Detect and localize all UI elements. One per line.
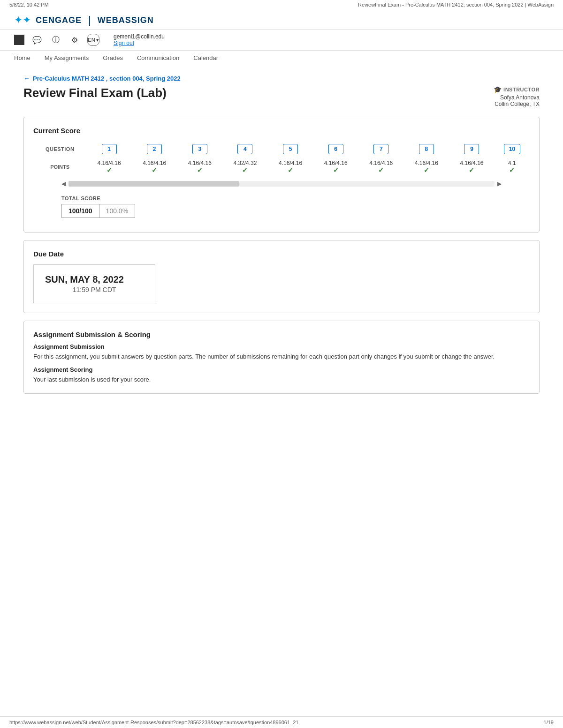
nav-communication[interactable]: Communication xyxy=(137,54,179,61)
q7-check: ✓ xyxy=(362,166,400,174)
q8-points: 4.16/4.16 ✓ xyxy=(404,157,449,177)
instructor-name: Sofya Antonova xyxy=(494,94,540,101)
q2-points: 4.16/4.16 ✓ xyxy=(132,157,177,177)
toolbar: ■ 💬 ⓘ ⚙ EN ▾ gemeni1@collin.edu Sign out xyxy=(0,30,563,51)
back-arrow-icon[interactable]: ← xyxy=(23,75,30,82)
cengage-label: CENGAGE xyxy=(36,15,82,25)
q3-points: 4.16/4.16 ✓ xyxy=(177,157,223,177)
q1-points-value: 4.16/4.16 xyxy=(90,160,128,166)
gear-icon[interactable]: ⚙ xyxy=(68,34,81,46)
question-column-header: QUESTION xyxy=(33,141,86,157)
nav-home[interactable]: Home xyxy=(14,54,30,61)
total-score-value: 100/100 xyxy=(61,204,99,218)
breadcrumb: ← Pre-Calculus MATH 2412 , section 004, … xyxy=(23,75,540,82)
scoring-text: Your last submission is used for your sc… xyxy=(33,375,530,384)
cengage-logo-icon: ✦✦ xyxy=(14,14,31,26)
q8-header[interactable]: 8 xyxy=(404,141,449,157)
flag-icon[interactable]: ■ xyxy=(14,35,24,45)
q8-button[interactable]: 8 xyxy=(419,144,434,154)
q5-button[interactable]: 5 xyxy=(283,144,298,154)
q1-points: 4.16/4.16 ✓ xyxy=(86,157,132,177)
q7-header[interactable]: 7 xyxy=(358,141,404,157)
page-info: 1/19 xyxy=(544,720,554,725)
q4-points-value: 4.32/4.32 xyxy=(226,160,264,166)
total-score-area: TOTAL SCORE 100/100 100.0% xyxy=(33,191,530,223)
instructor-label: 🎓 INSTRUCTOR xyxy=(494,86,540,93)
q10-header[interactable]: 10 xyxy=(495,141,530,157)
q10-points: 4.1 ✓ xyxy=(495,157,530,177)
logo-divider: | xyxy=(88,14,91,26)
assignment-submission-section: Assignment Submission & Scoring Assignme… xyxy=(23,321,540,394)
q3-points-value: 4.16/4.16 xyxy=(181,160,219,166)
score-table: QUESTION 1 2 3 4 5 6 7 8 9 10 xyxy=(33,141,530,177)
q10-button[interactable]: 10 xyxy=(504,144,520,154)
q5-points: 4.16/4.16 ✓ xyxy=(268,157,313,177)
info-icon[interactable]: ⓘ xyxy=(50,34,62,46)
q2-check: ✓ xyxy=(136,166,174,174)
q8-points-value: 4.16/4.16 xyxy=(408,160,446,166)
q1-check: ✓ xyxy=(90,166,128,174)
total-score-pct: 100.0% xyxy=(99,204,135,218)
q7-button[interactable]: 7 xyxy=(373,144,388,154)
due-date-section: Due Date SUN, MAY 8, 2022 11:59 PM CDT xyxy=(23,240,540,313)
page-title-label: ReviewFinal Exam - Pre-Calculus MATH 241… xyxy=(358,2,554,8)
bottom-bar: https://www.webassign.net/web/Student/As… xyxy=(0,716,563,728)
q4-header[interactable]: 4 xyxy=(222,141,268,157)
webassign-label: WEBASSIGN xyxy=(98,15,154,25)
scroll-left-arrow[interactable]: ◀ xyxy=(61,180,66,187)
q9-points-value: 4.16/4.16 xyxy=(453,160,491,166)
q3-button[interactable]: 3 xyxy=(192,144,207,154)
q6-button[interactable]: 6 xyxy=(328,144,343,154)
q2-header[interactable]: 2 xyxy=(132,141,177,157)
score-table-scroll-area[interactable]: QUESTION 1 2 3 4 5 6 7 8 9 10 xyxy=(33,141,530,177)
points-column-header: POINTS xyxy=(33,157,86,177)
q7-points: 4.16/4.16 ✓ xyxy=(358,157,404,177)
q5-points-value: 4.16/4.16 xyxy=(272,160,310,166)
instructor-info: 🎓 INSTRUCTOR Sofya Antonova Collin Colle… xyxy=(494,86,540,107)
q9-button[interactable]: 9 xyxy=(464,144,479,154)
main-content: ← Pre-Calculus MATH 2412 , section 004, … xyxy=(0,65,563,420)
scoring-heading: Assignment Scoring xyxy=(33,366,530,373)
q9-check: ✓ xyxy=(453,166,491,174)
q10-points-value: 4.1 xyxy=(498,160,526,166)
header: ✦✦ CENGAGE | WEBASSIGN xyxy=(0,9,563,30)
submission-heading: Assignment Submission xyxy=(33,343,530,350)
total-score-label: TOTAL SCORE xyxy=(61,195,502,201)
scroll-thumb xyxy=(68,181,239,187)
language-selector[interactable]: EN ▾ xyxy=(87,34,99,46)
nav-grades[interactable]: Grades xyxy=(103,54,123,61)
nav-my-assignments[interactable]: My Assignments xyxy=(45,54,89,61)
logo-area: ✦✦ CENGAGE | WEBASSIGN xyxy=(14,14,154,26)
q2-points-value: 4.16/4.16 xyxy=(136,160,174,166)
scroll-track[interactable] xyxy=(68,181,495,187)
q3-check: ✓ xyxy=(181,166,219,174)
q4-check: ✓ xyxy=(226,166,264,174)
q9-header[interactable]: 9 xyxy=(449,141,495,157)
instructor-icon: 🎓 xyxy=(494,86,502,93)
bottom-url[interactable]: https://www.webassign.net/web/Student/As… xyxy=(9,720,298,725)
q4-button[interactable]: 4 xyxy=(237,144,252,154)
page-header: Review Final Exam (Lab) 🎓 INSTRUCTOR Sof… xyxy=(23,86,540,107)
q3-header[interactable]: 3 xyxy=(177,141,223,157)
q1-button[interactable]: 1 xyxy=(102,144,117,154)
q1-header[interactable]: 1 xyxy=(86,141,132,157)
chat-icon[interactable]: 💬 xyxy=(31,34,43,46)
q2-button[interactable]: 2 xyxy=(147,144,162,154)
sign-out-link[interactable]: Sign out xyxy=(114,40,134,46)
language-label: EN xyxy=(88,37,95,43)
scroll-right-arrow[interactable]: ▶ xyxy=(497,180,502,187)
page-title: Review Final Exam (Lab) xyxy=(23,86,167,100)
chevron-down-icon: ▾ xyxy=(96,37,99,43)
horizontal-scrollbar[interactable]: ◀ ▶ xyxy=(33,180,530,187)
nav-calendar[interactable]: Calendar xyxy=(193,54,218,61)
total-score-values: 100/100 100.0% xyxy=(61,204,502,218)
datetime-label: 5/8/22, 10:42 PM xyxy=(9,2,49,8)
q6-points-value: 4.16/4.16 xyxy=(317,160,355,166)
q5-check: ✓ xyxy=(272,166,310,174)
user-info: gemeni1@collin.edu Sign out xyxy=(114,33,165,46)
q8-check: ✓ xyxy=(408,166,446,174)
q5-header[interactable]: 5 xyxy=(268,141,313,157)
breadcrumb-link[interactable]: Pre-Calculus MATH 2412 , section 004, Sp… xyxy=(33,75,181,82)
q6-header[interactable]: 6 xyxy=(313,141,358,157)
submission-text: For this assignment, you submit answers … xyxy=(33,352,530,361)
